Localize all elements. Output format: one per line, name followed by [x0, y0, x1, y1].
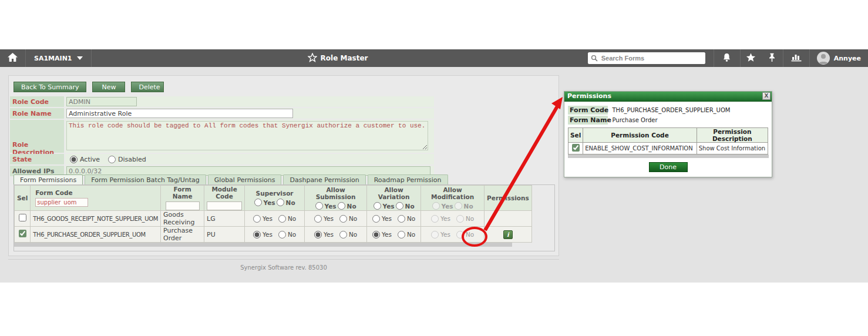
module-code-filter-input[interactable] — [207, 201, 242, 210]
tab-form-permission-batch[interactable]: Form Permission Batch Tag/Untag — [85, 174, 206, 184]
table-row: TH6_PURCHASE_ORDER_SUPPLIER_UOM Purchase… — [15, 227, 532, 243]
submission-all-yes-radio[interactable]: Yes — [315, 202, 337, 210]
statistics-button[interactable] — [783, 49, 809, 67]
variation-all-yes-radio[interactable]: Yes — [374, 202, 395, 210]
delete-button[interactable]: Delete — [131, 82, 164, 92]
search-icon — [591, 55, 598, 63]
role-description-row: Role Description This role code should b… — [10, 120, 434, 153]
tab-dashpane-permission[interactable]: Dashpane Permission — [283, 174, 365, 184]
row2-supervisor-no[interactable]: No — [278, 231, 296, 238]
col-sel: Sel — [15, 186, 31, 211]
row1-form-name: Goods Receiving — [161, 211, 204, 227]
pinned-button[interactable] — [762, 49, 783, 67]
close-icon[interactable]: X — [762, 92, 771, 100]
popup-body: Form Code TH6_PURCHASE_ORDER_SUPPLIER_UO… — [564, 102, 772, 177]
main-content: Back To Summary New Delete Role Code Rol… — [0, 67, 868, 283]
row1-variation-no[interactable]: No — [398, 215, 415, 223]
col-module-code: Module Code — [204, 186, 245, 211]
favorites-button[interactable] — [741, 49, 762, 67]
row2-submission-yes[interactable]: Yes — [314, 231, 334, 238]
row2-modification-no: No — [456, 231, 474, 238]
form-name-filter-input[interactable] — [166, 201, 200, 210]
row2-supervisor-yes[interactable]: Yes — [253, 231, 272, 238]
row1-submission-no[interactable]: No — [339, 215, 357, 223]
form-permissions-grid: Sel Form Code Form Name — [14, 184, 555, 251]
permissions-info-button[interactable]: i — [503, 230, 513, 239]
row1-select-checkbox[interactable] — [19, 214, 26, 221]
popup-form-name-value: Purchase Order — [610, 117, 658, 123]
state-label: State — [10, 154, 64, 164]
bell-icon — [722, 53, 731, 64]
popup-col-sel: Sel — [568, 128, 583, 143]
tab-global-permissions[interactable]: Global Permissions — [208, 174, 282, 184]
chart-icon — [791, 53, 802, 63]
popup-title: Permissions — [567, 92, 611, 100]
permissions-popup: Permissions X Form Code TH6_PURCHASE_ORD… — [564, 91, 772, 177]
search-forms-wrap — [588, 52, 705, 64]
state-row: State Active Disabled — [10, 154, 434, 164]
variation-all-no-radio[interactable]: No — [396, 202, 415, 210]
chevron-down-icon — [77, 56, 83, 60]
pin-icon — [768, 53, 776, 64]
col-allow-submission: Allow Submission Yes No — [305, 186, 367, 211]
tab-form-permissions[interactable]: Form Permissions — [14, 174, 83, 184]
workspace-label: SA1MAIN1 — [34, 55, 72, 62]
popup-form-code-row: Form Code TH6_PURCHASE_ORDER_SUPPLIER_UO… — [568, 106, 768, 115]
popup-permission-checkbox[interactable] — [572, 144, 580, 152]
popup-form-code-value: TH6_PURCHASE_ORDER_SUPPLIER_UOM — [610, 107, 731, 113]
row2-form-name: Purchase Order — [161, 227, 204, 243]
row2-select-checkbox[interactable] — [19, 230, 26, 237]
permission-tabs: Form Permissions Form Permission Batch T… — [14, 174, 450, 184]
role-code-field[interactable] — [66, 97, 137, 106]
new-button[interactable]: New — [92, 82, 125, 92]
state-disabled-radio[interactable]: Disabled — [108, 156, 146, 163]
top-navigation-bar: SA1MAIN1 Role Master — [0, 49, 868, 67]
role-name-label: Role Name — [10, 108, 64, 119]
form-permissions-table: Sel Form Code Form Name — [14, 185, 532, 243]
tab-roadmap-permission[interactable]: Roadmap Permission — [368, 174, 448, 184]
popup-col-description: Permission Description — [697, 128, 768, 143]
role-name-field[interactable] — [66, 109, 293, 118]
col-form-name: Form Name — [161, 186, 204, 211]
username: Annyee — [834, 55, 861, 62]
row1-modification-no: No — [456, 215, 474, 223]
page: SA1MAIN1 Role Master — [0, 0, 868, 336]
col-supervisor: Supervisor Yes No — [245, 186, 305, 211]
submission-all-no-radio[interactable]: No — [338, 202, 356, 210]
table-header-row: Sel Form Code Form Name — [15, 186, 532, 211]
row1-variation-yes[interactable]: Yes — [372, 215, 392, 223]
role-master-panel: Back To Summary New Delete Role Code Rol… — [8, 75, 559, 256]
done-button[interactable]: Done — [649, 162, 688, 172]
user-menu[interactable]: Annyee — [810, 52, 868, 65]
notifications-button[interactable] — [714, 49, 740, 67]
topbar-right-group: Annyee — [588, 49, 868, 67]
supervisor-all-no-radio[interactable]: No — [277, 199, 295, 206]
popup-permission-description: Show Cost Information — [697, 143, 768, 154]
row1-supervisor-yes[interactable]: Yes — [253, 215, 272, 223]
role-description-label: Role Description — [10, 120, 64, 153]
state-active-radio[interactable]: Active — [70, 156, 100, 163]
supervisor-all-yes-radio[interactable]: Yes — [254, 199, 275, 206]
popup-scrollbar-track[interactable] — [568, 154, 769, 158]
popup-titlebar[interactable]: Permissions X — [564, 92, 772, 102]
popup-form-code-label: Form Code — [568, 106, 608, 115]
popup-permission-code: ENABLE_SHOW_COST_INFORMATION — [583, 143, 697, 154]
row2-variation-no[interactable]: No — [398, 231, 415, 238]
row2-variation-yes[interactable]: Yes — [372, 231, 392, 238]
table-scrollbar-track[interactable] — [14, 243, 512, 247]
back-to-summary-button[interactable]: Back To Summary — [14, 82, 86, 92]
role-description-field[interactable]: This role code should be tagged to All f… — [66, 121, 428, 150]
form-code-filter-input[interactable] — [35, 198, 88, 207]
modification-all-no-radio: No — [455, 202, 473, 210]
page-title: Role Master — [321, 54, 368, 62]
row2-submission-no[interactable]: No — [339, 231, 357, 238]
star-icon — [746, 53, 756, 64]
workspace-selector[interactable]: SA1MAIN1 — [26, 49, 92, 67]
row1-submission-yes[interactable]: Yes — [314, 215, 334, 223]
row1-supervisor-no[interactable]: No — [278, 215, 296, 223]
row2-form-code: TH6_PURCHASE_ORDER_SUPPLIER_UOM — [31, 227, 161, 243]
home-button[interactable] — [0, 49, 26, 67]
search-input[interactable] — [588, 52, 705, 64]
col-form-code: Form Code — [31, 186, 161, 211]
col-allow-modification: Allow Modification Yes No — [421, 186, 485, 211]
